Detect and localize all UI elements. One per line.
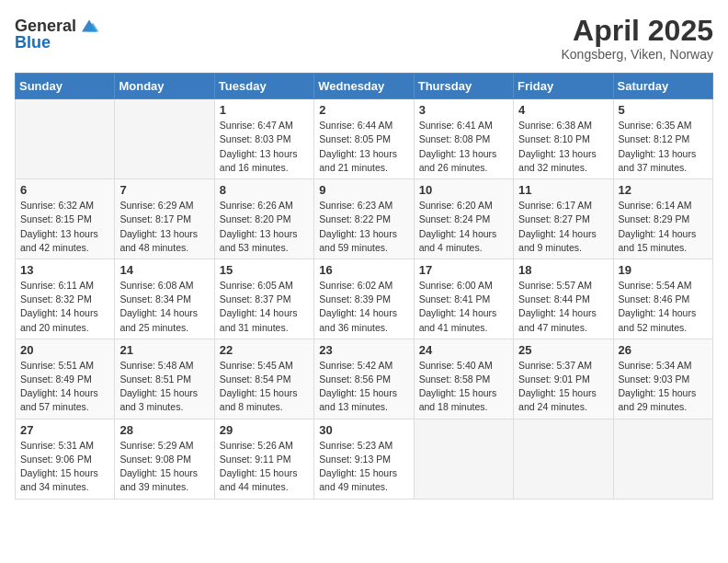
day-number: 15 — [220, 263, 309, 277]
calendar-cell: 27Sunrise: 5:31 AM Sunset: 9:06 PM Dayli… — [16, 419, 115, 499]
day-number: 8 — [220, 183, 309, 197]
calendar-cell — [613, 419, 712, 499]
calendar-cell: 28Sunrise: 5:29 AM Sunset: 9:08 PM Dayli… — [115, 419, 214, 499]
day-info: Sunrise: 6:26 AM Sunset: 8:20 PM Dayligh… — [220, 199, 309, 255]
calendar-cell: 26Sunrise: 5:34 AM Sunset: 9:03 PM Dayli… — [613, 339, 712, 419]
week-row-5: 27Sunrise: 5:31 AM Sunset: 9:06 PM Dayli… — [16, 419, 713, 499]
calendar: SundayMondayTuesdayWednesdayThursdayFrid… — [15, 73, 713, 499]
day-info: Sunrise: 6:17 AM Sunset: 8:27 PM Dayligh… — [518, 199, 608, 255]
day-number: 1 — [220, 103, 309, 117]
calendar-cell: 6Sunrise: 6:32 AM Sunset: 8:15 PM Daylig… — [16, 179, 115, 259]
day-info: Sunrise: 5:40 AM Sunset: 8:58 PM Dayligh… — [419, 359, 508, 415]
title-area: April 2025 Kongsberg, Viken, Norway — [562, 15, 714, 62]
calendar-cell: 19Sunrise: 5:54 AM Sunset: 8:46 PM Dayli… — [613, 259, 712, 339]
day-number: 10 — [419, 183, 508, 197]
day-info: Sunrise: 6:00 AM Sunset: 8:41 PM Dayligh… — [419, 279, 508, 335]
day-number: 3 — [419, 103, 508, 117]
location: Kongsberg, Viken, Norway — [562, 47, 714, 62]
day-info: Sunrise: 5:42 AM Sunset: 8:56 PM Dayligh… — [319, 359, 408, 415]
calendar-cell: 8Sunrise: 6:26 AM Sunset: 8:20 PM Daylig… — [214, 179, 313, 259]
header-day-sunday: Sunday — [16, 74, 115, 99]
calendar-cell: 24Sunrise: 5:40 AM Sunset: 8:58 PM Dayli… — [414, 339, 513, 419]
day-info: Sunrise: 5:23 AM Sunset: 9:13 PM Dayligh… — [319, 439, 408, 495]
day-number: 24 — [419, 343, 508, 357]
calendar-cell: 3Sunrise: 6:41 AM Sunset: 8:08 PM Daylig… — [414, 99, 513, 179]
calendar-cell: 5Sunrise: 6:35 AM Sunset: 8:12 PM Daylig… — [613, 99, 712, 179]
calendar-cell: 15Sunrise: 6:05 AM Sunset: 8:37 PM Dayli… — [214, 259, 313, 339]
day-number: 23 — [319, 343, 408, 357]
day-number: 7 — [119, 183, 209, 197]
day-number: 9 — [319, 183, 408, 197]
day-info: Sunrise: 5:48 AM Sunset: 8:51 PM Dayligh… — [119, 359, 209, 415]
calendar-cell: 9Sunrise: 6:23 AM Sunset: 8:22 PM Daylig… — [314, 179, 414, 259]
calendar-cell: 2Sunrise: 6:44 AM Sunset: 8:05 PM Daylig… — [314, 99, 414, 179]
calendar-cell — [16, 99, 115, 179]
week-row-2: 6Sunrise: 6:32 AM Sunset: 8:15 PM Daylig… — [16, 179, 713, 259]
day-info: Sunrise: 5:31 AM Sunset: 9:06 PM Dayligh… — [20, 439, 109, 495]
day-info: Sunrise: 6:38 AM Sunset: 8:10 PM Dayligh… — [518, 119, 608, 175]
day-info: Sunrise: 6:08 AM Sunset: 8:34 PM Dayligh… — [119, 279, 209, 335]
day-number: 18 — [518, 263, 608, 277]
calendar-cell: 23Sunrise: 5:42 AM Sunset: 8:56 PM Dayli… — [314, 339, 414, 419]
header-day-monday: Monday — [115, 74, 214, 99]
day-number: 30 — [319, 423, 408, 437]
day-info: Sunrise: 5:54 AM Sunset: 8:46 PM Dayligh… — [619, 279, 708, 335]
calendar-cell: 4Sunrise: 6:38 AM Sunset: 8:10 PM Daylig… — [514, 99, 613, 179]
day-info: Sunrise: 6:05 AM Sunset: 8:37 PM Dayligh… — [220, 279, 309, 335]
month-title: April 2025 — [562, 15, 714, 47]
day-number: 22 — [220, 343, 309, 357]
week-row-3: 13Sunrise: 6:11 AM Sunset: 8:32 PM Dayli… — [16, 259, 713, 339]
calendar-cell: 30Sunrise: 5:23 AM Sunset: 9:13 PM Dayli… — [314, 419, 414, 499]
calendar-cell: 7Sunrise: 6:29 AM Sunset: 8:17 PM Daylig… — [115, 179, 214, 259]
calendar-cell: 1Sunrise: 6:47 AM Sunset: 8:03 PM Daylig… — [214, 99, 313, 179]
calendar-cell — [115, 99, 214, 179]
calendar-cell: 29Sunrise: 5:26 AM Sunset: 9:11 PM Dayli… — [214, 419, 313, 499]
day-info: Sunrise: 6:41 AM Sunset: 8:08 PM Dayligh… — [419, 119, 508, 175]
calendar-cell: 22Sunrise: 5:45 AM Sunset: 8:54 PM Dayli… — [214, 339, 313, 419]
header-day-thursday: Thursday — [414, 74, 513, 99]
day-info: Sunrise: 5:37 AM Sunset: 9:01 PM Dayligh… — [518, 359, 608, 415]
calendar-cell: 16Sunrise: 6:02 AM Sunset: 8:39 PM Dayli… — [314, 259, 414, 339]
calendar-cell: 12Sunrise: 6:14 AM Sunset: 8:29 PM Dayli… — [613, 179, 712, 259]
header-day-saturday: Saturday — [613, 74, 712, 99]
day-number: 4 — [518, 103, 608, 117]
calendar-cell: 11Sunrise: 6:17 AM Sunset: 8:27 PM Dayli… — [514, 179, 613, 259]
calendar-cell: 17Sunrise: 6:00 AM Sunset: 8:41 PM Dayli… — [414, 259, 513, 339]
day-number: 28 — [119, 423, 209, 437]
calendar-cell: 21Sunrise: 5:48 AM Sunset: 8:51 PM Dayli… — [115, 339, 214, 419]
week-row-4: 20Sunrise: 5:51 AM Sunset: 8:49 PM Dayli… — [16, 339, 713, 419]
calendar-cell: 20Sunrise: 5:51 AM Sunset: 8:49 PM Dayli… — [16, 339, 115, 419]
day-info: Sunrise: 5:57 AM Sunset: 8:44 PM Dayligh… — [518, 279, 608, 335]
day-number: 26 — [619, 343, 708, 357]
header-day-friday: Friday — [514, 74, 613, 99]
calendar-cell: 13Sunrise: 6:11 AM Sunset: 8:32 PM Dayli… — [16, 259, 115, 339]
day-number: 17 — [419, 263, 508, 277]
logo: General Blue — [15, 15, 100, 52]
day-number: 20 — [20, 343, 109, 357]
day-info: Sunrise: 6:23 AM Sunset: 8:22 PM Dayligh… — [319, 199, 408, 255]
day-number: 5 — [619, 103, 708, 117]
day-info: Sunrise: 6:35 AM Sunset: 8:12 PM Dayligh… — [619, 119, 708, 175]
day-info: Sunrise: 6:44 AM Sunset: 8:05 PM Dayligh… — [319, 119, 408, 175]
calendar-cell: 10Sunrise: 6:20 AM Sunset: 8:24 PM Dayli… — [414, 179, 513, 259]
logo-blue-text: Blue — [15, 33, 51, 52]
day-info: Sunrise: 5:29 AM Sunset: 9:08 PM Dayligh… — [119, 439, 209, 495]
day-number: 13 — [20, 263, 109, 277]
day-number: 2 — [319, 103, 408, 117]
day-number: 19 — [619, 263, 708, 277]
day-number: 12 — [619, 183, 708, 197]
calendar-cell: 25Sunrise: 5:37 AM Sunset: 9:01 PM Dayli… — [514, 339, 613, 419]
day-number: 21 — [119, 343, 209, 357]
calendar-cell — [414, 419, 513, 499]
day-info: Sunrise: 5:26 AM Sunset: 9:11 PM Dayligh… — [220, 439, 309, 495]
header-day-wednesday: Wednesday — [314, 74, 414, 99]
day-info: Sunrise: 6:20 AM Sunset: 8:24 PM Dayligh… — [419, 199, 508, 255]
day-number: 11 — [518, 183, 608, 197]
day-number: 16 — [319, 263, 408, 277]
day-info: Sunrise: 6:02 AM Sunset: 8:39 PM Dayligh… — [319, 279, 408, 335]
day-info: Sunrise: 6:32 AM Sunset: 8:15 PM Dayligh… — [20, 199, 109, 255]
calendar-cell: 18Sunrise: 5:57 AM Sunset: 8:44 PM Dayli… — [514, 259, 613, 339]
day-info: Sunrise: 5:45 AM Sunset: 8:54 PM Dayligh… — [220, 359, 309, 415]
day-info: Sunrise: 6:29 AM Sunset: 8:17 PM Dayligh… — [119, 199, 209, 255]
week-row-1: 1Sunrise: 6:47 AM Sunset: 8:03 PM Daylig… — [16, 99, 713, 179]
